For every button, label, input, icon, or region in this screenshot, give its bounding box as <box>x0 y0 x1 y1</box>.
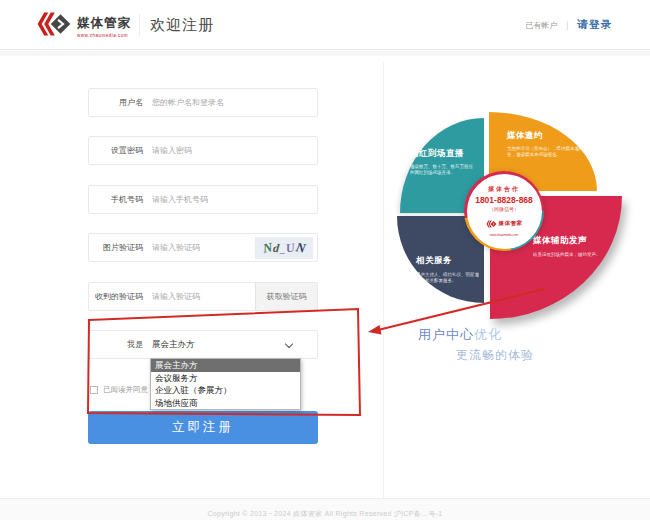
phone-field-row: 手机号码 <box>88 185 318 214</box>
brand-logo[interactable]: 媒体管家 www.zhaomedia.com <box>36 11 131 41</box>
brand-text: 媒体管家 www.zhaomedia.com <box>77 15 131 38</box>
segment-desc: 提供主持人、模特礼仪、明星邀请等相关配套服务。 <box>416 272 480 284</box>
role-selected-value: 展会主办方 <box>152 339 195 351</box>
password-label: 设置密码 <box>89 145 143 156</box>
phone-label: 手机号码 <box>89 194 143 205</box>
dropdown-option-venue-supplier[interactable]: 场地供应商 <box>151 397 300 410</box>
segment-desc: 为您的活动（发布会），提供媒体邀约服务，邀请媒体来现场报道。 <box>507 146 593 158</box>
promo-text-light: 优化 <box>474 327 502 342</box>
dropdown-option-conference-service[interactable]: 会议服务方 <box>151 372 300 385</box>
role-label: 我是 <box>89 339 143 350</box>
copyright-text: Copyright © 2013－2024 媒体管家 All Rights Re… <box>0 509 650 519</box>
phone-input[interactable] <box>152 195 244 204</box>
segment-title: 媒体辅助发声 <box>533 235 587 247</box>
segment-title: 媒体邀约 <box>507 130 543 142</box>
segment-title: 相关服务 <box>416 255 452 267</box>
content-divider <box>383 62 384 498</box>
sms-code-label: 收到的验证码 <box>89 291 143 302</box>
center-brand-url: www.zhaomedia.com <box>490 233 518 237</box>
annotation-arrowhead <box>368 325 382 335</box>
header-pipe: | <box>566 20 568 30</box>
wechat-note: （同微信号） <box>489 206 519 212</box>
center-contact-circle: 媒体合作 1801-8828-868 （同微信号） 媒体管家 www.zhaom… <box>464 171 544 251</box>
footer: Copyright © 2013－2024 媒体管家 All Rights Re… <box>0 498 650 520</box>
agreement-checkbox[interactable] <box>90 386 98 394</box>
subheader-strip <box>0 51 650 56</box>
image-captcha-input[interactable] <box>152 243 244 252</box>
captcha-char: N <box>294 239 307 257</box>
header: 媒体管家 www.zhaomedia.com 欢迎注册 已有帐户 | 请登录 <box>0 0 650 50</box>
promo-line-1: 用户中心优化 <box>418 326 502 344</box>
brand-chevrons-icon <box>486 214 497 232</box>
password-field-row: 设置密码 <box>88 136 318 165</box>
center-brand: 媒体管家 <box>499 220 523 227</box>
promo-line-2: 更流畅的体验 <box>456 347 534 364</box>
login-link[interactable]: 请登录 <box>578 18 613 32</box>
promo-text-dark: 用户中心 <box>418 327 474 342</box>
username-label: 用户名 <box>89 97 143 108</box>
role-select[interactable]: 我是 展会主办方 <box>88 330 318 359</box>
password-input[interactable] <box>152 146 244 155</box>
center-label: 媒体合作 <box>488 185 520 194</box>
role-dropdown-list: 展会主办方 会议服务方 企业入驻（参展方） 场地供应商 <box>150 358 301 410</box>
have-account-text: 已有帐户 <box>525 20 557 31</box>
header-divider <box>139 14 140 36</box>
sms-code-input[interactable] <box>152 292 244 301</box>
captcha-image[interactable]: N d _ U N <box>255 237 313 259</box>
brand-chevrons-icon <box>36 11 72 41</box>
segment-desc: 邀请数万、数十万、数百万粉丝的网红到场现场直播。 <box>410 164 474 176</box>
segment-desc: 联系没有到场的媒体，辅助发声。 <box>533 252 601 258</box>
contact-phone: 1801-8828-868 <box>475 195 533 205</box>
dropdown-option-exhibition-organizer[interactable]: 展会主办方 <box>151 359 300 372</box>
brand-url: www.zhaomedia.com <box>77 33 131 38</box>
agreement-row: 已阅读并同意《 <box>90 385 156 395</box>
dropdown-option-enterprise-exhibitor[interactable]: 企业入驻（参展方） <box>151 384 300 397</box>
page-title: 欢迎注册 <box>150 16 214 35</box>
register-button[interactable]: 立即注册 <box>88 411 318 444</box>
segment-title: 网红到场直播 <box>410 148 464 160</box>
username-field-row: 用户名 <box>88 88 318 117</box>
get-code-button[interactable]: 获取验证码 <box>255 283 317 310</box>
captcha-char: d <box>272 240 280 256</box>
brand-name: 媒体管家 <box>77 15 131 32</box>
chevron-down-icon <box>285 340 293 348</box>
services-infographic: 网红到场直播 邀请数万、数十万、数百万粉丝的网红到场现场直播。 媒体邀约 为您的… <box>390 100 635 320</box>
image-captcha-label: 图片验证码 <box>89 242 143 253</box>
image-captcha-field-row: 图片验证码 N d _ U N <box>88 233 318 262</box>
sms-code-field-row: 收到的验证码 获取验证码 <box>88 282 318 311</box>
agreement-text: 已阅读并同意《 <box>103 385 156 395</box>
username-input[interactable] <box>152 98 244 107</box>
